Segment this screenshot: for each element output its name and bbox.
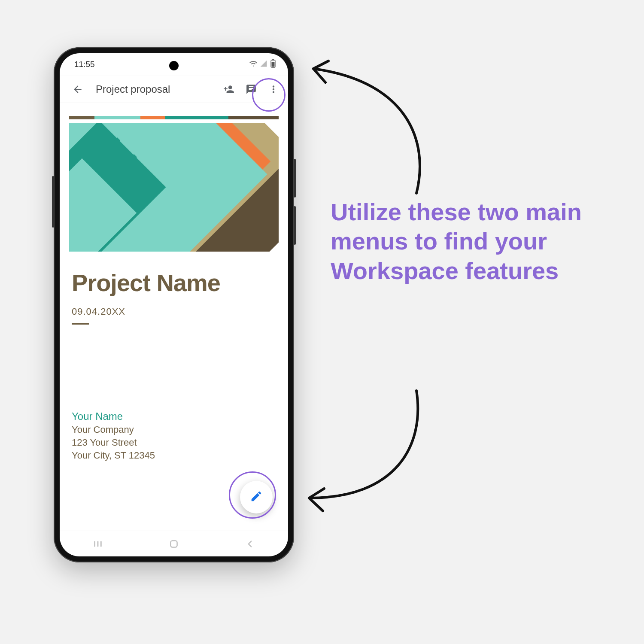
app-bar: Project proposal [60, 76, 288, 103]
annotation-text: Utilize these two main menus to find you… [331, 197, 597, 286]
document-viewport[interactable]: Project Name 09.04.20XX Your Name Your C… [60, 103, 288, 531]
phone-frame: 11:55 Project proposal [54, 47, 294, 562]
svg-rect-4 [97, 541, 98, 547]
footer-company: Your Company [72, 424, 276, 435]
battery-icon [270, 59, 276, 70]
nav-recents[interactable] [89, 535, 106, 553]
signal-icon [260, 60, 267, 70]
svg-rect-5 [100, 541, 102, 547]
wifi-icon [249, 60, 257, 70]
pencil-icon [250, 490, 263, 504]
doc-footer: Your Name Your Company 123 Your Street Y… [69, 325, 279, 461]
svg-rect-6 [170, 541, 177, 547]
annotation-arrow-bottom [288, 386, 438, 515]
document-page: Project Name 09.04.20XX Your Name Your C… [69, 116, 279, 461]
svg-rect-3 [94, 541, 95, 547]
footer-city: Your City, ST 12345 [72, 450, 276, 461]
phone-screen: 11:55 Project proposal [60, 53, 288, 556]
footer-street: 123 Your Street [72, 437, 276, 448]
svg-rect-2 [272, 62, 275, 67]
back-button[interactable] [67, 79, 88, 100]
overflow-menu-button[interactable] [263, 79, 284, 100]
bixby-button [294, 206, 296, 245]
status-time: 11:55 [74, 60, 95, 69]
camera-notch [169, 61, 179, 70]
footer-name: Your Name [72, 410, 276, 422]
volume-button [52, 176, 54, 228]
doc-date: 09.04.20XX [72, 306, 276, 317]
edit-fab[interactable] [240, 481, 273, 513]
android-nav-bar [60, 531, 288, 556]
comment-button[interactable] [241, 79, 261, 100]
nav-back[interactable] [241, 535, 258, 553]
svg-rect-1 [272, 59, 274, 61]
add-person-button[interactable] [219, 79, 239, 100]
annotation-arrow-top [288, 56, 438, 197]
hero-graphic [69, 123, 279, 252]
doc-project-title: Project Name [72, 269, 276, 297]
accent-color-strip [69, 116, 279, 119]
nav-home[interactable] [165, 535, 182, 553]
document-title-bar[interactable]: Project proposal [90, 83, 217, 95]
